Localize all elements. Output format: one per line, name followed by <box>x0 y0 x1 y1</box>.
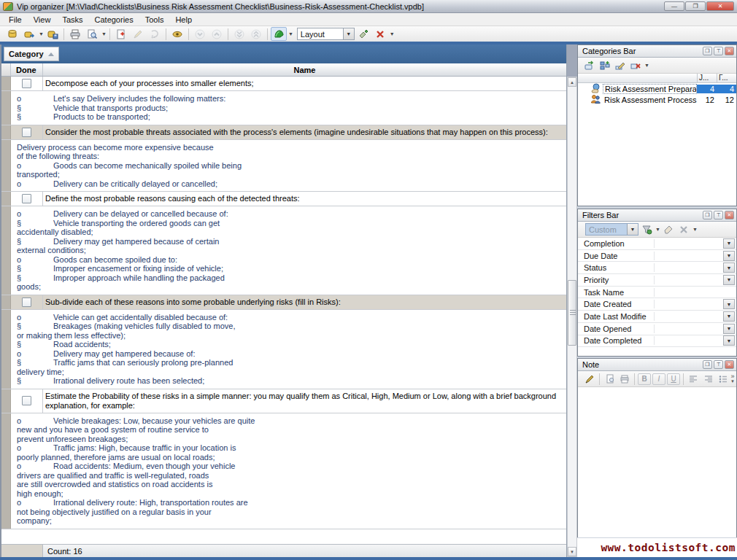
column-header-name[interactable]: Name <box>43 63 566 76</box>
note-print-icon[interactable] <box>617 373 631 386</box>
task-name-cell[interactable]: Sub-divide each of these reasons into so… <box>43 295 566 309</box>
align-left-icon[interactable] <box>687 373 701 386</box>
filter-value-field[interactable] <box>655 287 736 298</box>
underline-icon[interactable]: U <box>667 373 680 385</box>
category-name[interactable]: Risk Assessment Process <box>603 96 697 104</box>
move-top-icon[interactable] <box>248 27 264 41</box>
view-notes-icon[interactable] <box>169 27 185 41</box>
print-preview-icon[interactable] <box>84 27 100 41</box>
filter-dropdown-icon[interactable]: ▼ <box>723 311 735 322</box>
menu-categories[interactable]: Categories <box>89 14 139 26</box>
categories-header-name[interactable] <box>578 74 697 82</box>
scrollbar-thumb[interactable] <box>568 280 576 346</box>
new-task-icon[interactable] <box>113 27 129 41</box>
move-bottom-icon[interactable] <box>231 27 247 41</box>
apply-layout-icon[interactable] <box>355 27 371 41</box>
task-name-cell[interactable]: Define the most probable reasons causing… <box>43 192 566 206</box>
categories-close-button[interactable]: ✕ <box>725 47 734 55</box>
column-header-done[interactable]: Done <box>11 63 43 76</box>
filter-preset-combobox[interactable]: Custom ▼ <box>585 223 638 236</box>
scroll-down-arrow[interactable]: ▼ <box>568 547 576 556</box>
restore-button[interactable]: ❐ <box>685 1 706 11</box>
filter-dropdown-icon[interactable]: ▼ <box>723 324 735 334</box>
done-checkbox[interactable] <box>22 79 31 88</box>
category-name[interactable]: Risk Assessment Preparation <box>603 84 697 94</box>
delete-task-icon[interactable] <box>147 27 163 41</box>
filter-value-field[interactable] <box>655 311 723 322</box>
menu-tools[interactable]: Tools <box>139 14 170 26</box>
toolbar-overflow-icon[interactable]: ▼ <box>390 31 395 36</box>
categories-header-col1[interactable]: J... <box>697 74 717 82</box>
filters-close-button[interactable]: ✕ <box>725 211 734 219</box>
new-database-icon[interactable] <box>4 27 20 41</box>
note-float-button[interactable]: ❐ <box>703 360 712 369</box>
remove-filter-icon[interactable] <box>676 223 691 236</box>
move-up-icon[interactable] <box>209 27 225 41</box>
note-print-preview-icon[interactable] <box>603 373 617 386</box>
edit-category-icon[interactable] <box>613 59 628 72</box>
filter-value-field[interactable] <box>655 298 723 310</box>
filter-dropdown-icon[interactable]: ▼ <box>723 335 735 346</box>
group-header-category[interactable]: Category <box>4 47 59 61</box>
filter-value-field[interactable] <box>655 335 723 347</box>
note-toolbar-more-icon[interactable]: »▼ <box>730 374 735 384</box>
filters-toolbar-overflow-icon[interactable]: ▼ <box>692 227 698 232</box>
filter-value-field[interactable] <box>655 274 723 286</box>
delete-layout-icon[interactable] <box>372 27 388 41</box>
close-button[interactable]: ✕ <box>706 1 734 11</box>
layout-dropdown-icon[interactable]: ▼ <box>343 28 354 39</box>
grid-vertical-scrollbar[interactable]: ▲ ▼ <box>567 77 577 557</box>
task-row[interactable]: Sub-divide each of these reasons into so… <box>1 295 566 310</box>
apply-filter-dropdown-icon[interactable]: ▼ <box>655 227 660 232</box>
categories-pin-button[interactable]: ⊤ <box>714 47 723 55</box>
note-pin-button[interactable]: ⊤ <box>714 360 723 369</box>
note-row[interactable]: oVehicle can get accidentally disabled b… <box>1 310 566 389</box>
note-editor-area[interactable] <box>578 387 736 537</box>
task-row[interactable]: Estimate the Probability of these risks … <box>1 389 566 413</box>
task-name-cell[interactable]: Estimate the Probability of these risks … <box>43 389 566 413</box>
filter-dropdown-icon[interactable]: ▼ <box>723 299 735 309</box>
print-preview-dropdown-icon[interactable]: ▼ <box>101 31 107 36</box>
menu-file[interactable]: File <box>3 14 28 26</box>
category-item[interactable]: Risk Assessment Preparation44 <box>578 83 736 94</box>
print-icon[interactable] <box>67 27 83 41</box>
move-to-category-icon[interactable] <box>582 59 597 72</box>
task-row[interactable]: Decompose each of your processes into sm… <box>1 77 566 91</box>
done-checkbox[interactable] <box>22 194 31 203</box>
minimize-button[interactable]: — <box>664 1 684 11</box>
filter-dropdown-icon[interactable]: ▼ <box>723 251 735 261</box>
filter-dropdown-icon[interactable]: ▼ <box>723 275 735 285</box>
categories-float-button[interactable]: ❐ <box>703 47 712 55</box>
done-checkbox[interactable] <box>22 396 31 405</box>
filter-dropdown-icon[interactable]: ▼ <box>723 262 735 273</box>
categories-header-col2[interactable]: Г... <box>717 74 736 82</box>
move-down-icon[interactable] <box>192 27 208 41</box>
note-row[interactable]: oVehicle breakages: Low, because your ve… <box>1 413 566 529</box>
task-row[interactable]: Consider the most probable threats assoc… <box>1 125 566 140</box>
apply-filter-icon[interactable] <box>639 223 654 236</box>
edit-task-icon[interactable] <box>130 27 146 41</box>
align-right-icon[interactable] <box>701 373 715 386</box>
filter-dropdown-icon[interactable]: ▼ <box>723 238 735 249</box>
layout-combobox[interactable]: Layout▼ <box>297 28 355 40</box>
notifications-lamp-dropdown-icon[interactable]: ▼ <box>288 31 293 36</box>
filter-value-field[interactable] <box>655 238 723 249</box>
menu-tasks[interactable]: Tasks <box>56 14 88 26</box>
add-category-icon[interactable] <box>598 59 612 72</box>
task-row[interactable]: Define the most probable reasons causing… <box>1 192 566 206</box>
notifications-lamp-icon[interactable] <box>271 27 287 41</box>
open-database-dropdown-icon[interactable]: ▼ <box>39 31 44 36</box>
save-database-icon[interactable] <box>45 27 61 41</box>
category-item[interactable]: Risk Assessment Process1212 <box>578 94 736 105</box>
note-row[interactable]: Delivery process can become more expensi… <box>1 140 566 192</box>
filter-value-field[interactable] <box>655 262 723 273</box>
categories-toolbar-overflow-icon[interactable]: ▼ <box>644 63 649 68</box>
clear-filter-icon[interactable] <box>661 223 676 236</box>
bullet-list-icon[interactable] <box>716 373 730 386</box>
open-database-icon[interactable] <box>21 27 37 41</box>
task-name-cell[interactable]: Decompose each of your processes into sm… <box>43 77 566 90</box>
task-name-cell[interactable]: Consider the most probable threats assoc… <box>43 125 566 139</box>
scroll-up-arrow[interactable]: ▲ <box>568 77 576 87</box>
menu-help[interactable]: Help <box>169 14 198 26</box>
filters-float-button[interactable]: ❐ <box>703 211 712 219</box>
